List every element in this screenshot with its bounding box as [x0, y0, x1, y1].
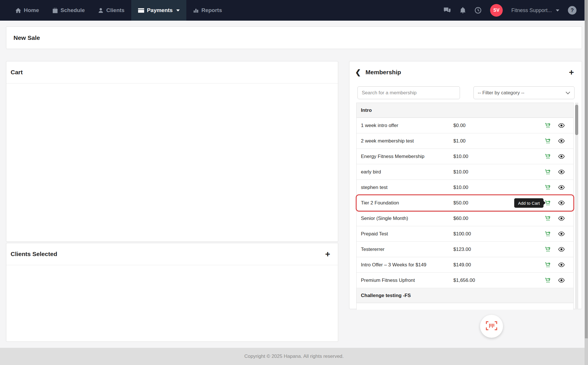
bell-icon[interactable]: [460, 7, 466, 14]
copyright-text: Copyright © 2025 Hapana. All rights rese…: [244, 354, 344, 359]
add-to-cart-icon[interactable]: [545, 215, 551, 222]
page-scrollbar-thumb[interactable]: [585, 0, 588, 338]
membership-row: 1 week intro offer $0.00: [357, 118, 573, 133]
home-icon: [15, 7, 21, 13]
nav-item-schedule[interactable]: Schedule: [46, 0, 91, 21]
nav-item-reports[interactable]: Reports: [186, 0, 229, 21]
membership-row-actions: [545, 153, 565, 160]
nav-item-label: Payments: [147, 7, 173, 13]
view-details-eye-icon[interactable]: [558, 138, 565, 143]
membership-row: early bird $10.00: [357, 164, 573, 180]
membership-section-label: Challenge testing -FS: [361, 293, 411, 298]
view-details-eye-icon[interactable]: [558, 278, 565, 283]
membership-item-name: Energy Fitness Memebership: [361, 154, 453, 159]
add-membership-button[interactable]: +: [569, 68, 574, 77]
membership-item-price: $123.00: [453, 247, 545, 252]
membership-row-actions: [545, 246, 565, 253]
user-menu[interactable]: Fitness Support...: [511, 7, 559, 13]
membership-row: Energy Fitness Memebership $10.00: [357, 149, 573, 164]
membership-item-price: $10.00: [453, 169, 545, 175]
barcode-scan-button[interactable]: [480, 315, 503, 338]
nav-item-payments[interactable]: Payments: [131, 0, 187, 21]
view-details-eye-icon[interactable]: [558, 154, 565, 159]
top-nav: Home Schedule Clients Payments Reports S…: [0, 0, 588, 21]
add-to-cart-icon[interactable]: [545, 277, 551, 284]
membership-item-price: $10.00: [453, 154, 545, 159]
add-to-cart-icon[interactable]: [545, 138, 551, 144]
credit-card-icon: [138, 7, 144, 13]
page-title: New Sale: [13, 34, 40, 41]
nav-item-home[interactable]: Home: [9, 0, 46, 21]
membership-item-name: 1 week intro offer: [361, 123, 453, 128]
membership-header: ❮ Membership +: [349, 61, 582, 83]
nav-right: SV Fitness Support... ?: [443, 0, 588, 21]
page-scrollbar: [585, 0, 588, 365]
chevron-down-icon: [556, 9, 559, 11]
membership-row-actions: [545, 277, 565, 284]
view-details-eye-icon[interactable]: [558, 247, 565, 252]
back-icon[interactable]: ❮: [355, 69, 361, 76]
new-sale-card: New Sale: [6, 26, 582, 49]
membership-row: Tier 2 Foundation $50.00 Add to Cart: [357, 195, 573, 211]
add-to-cart-icon[interactable]: [545, 262, 551, 268]
membership-item-name: Premium Fitness Upfront: [361, 278, 453, 283]
membership-item-name: Senior (Single Month): [361, 216, 453, 221]
membership-row-actions: [545, 122, 565, 129]
membership-item-name: 2 week membership test: [361, 138, 453, 144]
membership-title: Membership: [365, 69, 401, 76]
membership-row-actions: [545, 262, 565, 268]
view-details-eye-icon[interactable]: [558, 123, 565, 128]
add-to-cart-icon[interactable]: [545, 246, 551, 253]
membership-scrollbar-thumb[interactable]: [575, 105, 578, 135]
view-details-eye-icon[interactable]: [558, 262, 565, 267]
membership-item-name: Intro Offer – 3 Weeks for $149: [361, 262, 453, 268]
membership-panel: ❮ Membership + -- Filter by category -- …: [349, 61, 582, 309]
chevron-down-icon: [176, 9, 180, 11]
membership-controls: -- Filter by category --: [349, 86, 582, 99]
category-filter-select[interactable]: -- Filter by category --: [473, 86, 575, 99]
nav-item-label: Clients: [106, 7, 124, 13]
add-to-cart-icon[interactable]: [545, 122, 551, 129]
membership-row-actions: [545, 138, 565, 144]
user-name-label: Fitness Support...: [511, 7, 552, 13]
membership-row-actions: [545, 200, 565, 206]
cart-header: Cart: [6, 61, 338, 83]
membership-row: Senior (Single Month) $60.00: [357, 211, 573, 226]
clock-icon[interactable]: [475, 7, 481, 14]
barcode-icon: [486, 321, 498, 331]
add-to-cart-icon[interactable]: [545, 184, 551, 191]
footer: Copyright © 2025 Hapana. All rights rese…: [0, 348, 588, 365]
view-details-eye-icon[interactable]: [558, 185, 565, 190]
add-to-cart-tooltip: Add to Cart: [514, 198, 543, 208]
add-to-cart-icon[interactable]: [545, 169, 551, 175]
person-icon: [98, 7, 104, 13]
calendar-icon: [52, 7, 58, 13]
nav-item-label: Reports: [201, 7, 222, 13]
membership-item-name: Prepaid Test: [361, 231, 453, 237]
membership-item-name: stephen test: [361, 185, 453, 190]
view-details-eye-icon[interactable]: [558, 200, 565, 205]
membership-item-price: $149.00: [453, 262, 545, 268]
add-client-button[interactable]: +: [325, 250, 330, 258]
membership-row-actions: [545, 231, 565, 237]
help-icon[interactable]: ?: [568, 6, 577, 15]
membership-item-price: $0.00: [453, 123, 545, 128]
bar-chart-icon: [193, 7, 199, 13]
nav-item-clients[interactable]: Clients: [91, 0, 131, 21]
view-details-eye-icon[interactable]: [558, 231, 565, 236]
membership-row-actions: [545, 184, 565, 191]
chat-icon[interactable]: [443, 7, 451, 14]
view-details-eye-icon[interactable]: [558, 169, 565, 174]
add-to-cart-icon[interactable]: [545, 153, 551, 160]
clients-selected-title: Clients Selected: [11, 251, 57, 257]
membership-section-label: Intro: [361, 108, 372, 113]
membership-list: Intro 1 week intro offer $0.00 2 week: [356, 103, 574, 310]
membership-section-header: Challenge testing -FS: [357, 288, 573, 303]
membership-row: stephen test $10.00: [357, 180, 573, 195]
membership-row: Premium Fitness Upfront $1,656.00: [357, 273, 573, 288]
avatar[interactable]: SV: [490, 4, 503, 17]
add-to-cart-icon[interactable]: [545, 231, 551, 237]
membership-row: Intro Offer – 3 Weeks for $149 $149.00: [357, 257, 573, 273]
view-details-eye-icon[interactable]: [558, 216, 565, 221]
membership-search-input[interactable]: [357, 86, 460, 99]
